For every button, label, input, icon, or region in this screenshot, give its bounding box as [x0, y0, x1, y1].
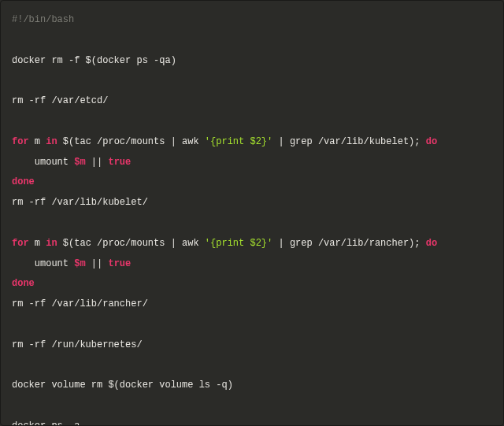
cmd-rm-kubernetes: rm -rf /run/kubernetes/ [12, 339, 143, 350]
loop2-expr-pre: $(tac /proc/mounts | awk [57, 238, 205, 249]
loop2-body-true: true [108, 258, 131, 269]
code-block: #!/bin/bash docker rm -f $(docker ps -qa… [12, 10, 492, 426]
kw-do-1: do [426, 136, 437, 147]
kw-for-2: for [12, 238, 29, 249]
loop1-expr-pre: $(tac /proc/mounts | awk [57, 136, 205, 147]
cmd-docker-vol-rm: docker volume rm $(docker volume ls -q) [12, 380, 233, 391]
loop1-expr-post: | grep /var/lib/kubelet); [272, 136, 425, 147]
loop2-body-var: $m [74, 258, 85, 269]
kw-in-1: in [46, 136, 57, 147]
loop1-body-mid: || [86, 157, 109, 168]
loop2-awk-str: '{print $2}' [205, 238, 272, 249]
kw-for-1: for [12, 136, 29, 147]
cmd-rm-rancher: rm -rf /var/lib/rancher/ [12, 298, 148, 309]
loop1-body-true: true [108, 157, 131, 168]
loop2-body-pre: umount [12, 258, 74, 269]
loop1-awk-str: '{print $2}' [205, 136, 272, 147]
kw-done-2: done [12, 278, 35, 289]
cmd-rm-etcd: rm -rf /var/etcd/ [12, 95, 108, 106]
cmd-docker-rm: docker rm -f $(docker ps -qa) [12, 55, 176, 66]
loop2-expr-post: | grep /var/lib/rancher); [272, 238, 425, 249]
shebang-line: #!/bin/bash [12, 14, 74, 25]
cmd-docker-ps: docker ps -a [12, 420, 80, 426]
kw-do-2: do [426, 238, 437, 249]
kw-done-1: done [12, 176, 35, 187]
loopvar-1: m [35, 136, 40, 147]
loopvar-2: m [35, 238, 40, 249]
loop2-body-mid: || [86, 258, 109, 269]
cmd-rm-kubelet: rm -rf /var/lib/kubelet/ [12, 197, 148, 208]
loop1-body-var: $m [74, 157, 85, 168]
loop1-body-pre: umount [12, 157, 74, 168]
kw-in-2: in [46, 238, 57, 249]
